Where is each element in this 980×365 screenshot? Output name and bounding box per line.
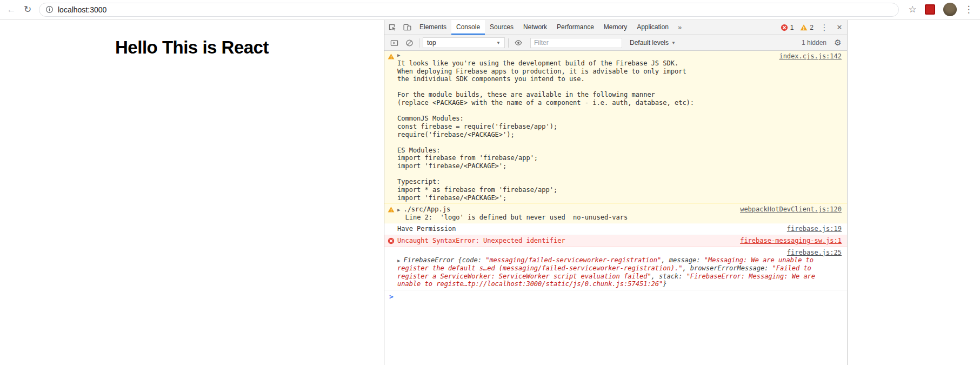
- tab-performance[interactable]: Performance: [552, 20, 599, 35]
- devtools-tabs: ElementsConsoleSourcesNetworkPerformance…: [415, 20, 674, 35]
- context-selector[interactable]: top ▼: [423, 37, 505, 48]
- prompt-chevron-icon: >: [389, 293, 394, 301]
- clear-console-icon[interactable]: [402, 39, 417, 47]
- tab-memory[interactable]: Memory: [599, 20, 632, 35]
- warning-count: 2: [810, 24, 814, 31]
- extension-icon[interactable]: [925, 4, 935, 15]
- console-message-error: firebase-messaging-sw.js:1Uncaught Synta…: [384, 235, 847, 247]
- console-toolbar: top ▼ Default levels ▼ 1 hidden ⚙: [384, 35, 847, 51]
- console-message-warning: webpackHotDevClient.js:120▶./src/App.js …: [384, 204, 847, 223]
- message-text: It looks like you're using the developme…: [397, 59, 842, 202]
- source-link[interactable]: firebase-messaging-sw.js:1: [740, 237, 842, 245]
- message-text: ./src/App.js Line 2: 'logo' is defined b…: [397, 205, 628, 221]
- devtools-menu-icon[interactable]: ⋮: [817, 20, 832, 35]
- error-count: 1: [790, 24, 794, 31]
- url-text: localhost:3000: [58, 5, 106, 14]
- log-levels-dropdown[interactable]: Default levels ▼: [626, 39, 679, 47]
- devtools-tabbar: ElementsConsoleSourcesNetworkPerformance…: [384, 20, 847, 35]
- tab-console[interactable]: Console: [451, 20, 485, 35]
- console-prompt[interactable]: >: [384, 290, 847, 303]
- message-text: Uncaught SyntaxError: Unexpected identif…: [397, 237, 565, 244]
- expander-icon[interactable]: ▶: [397, 258, 400, 263]
- console-messages: index.cjs.js:142▶It looks like you're us…: [384, 51, 847, 365]
- back-icon[interactable]: ←: [3, 2, 19, 18]
- tab-elements[interactable]: Elements: [415, 20, 451, 35]
- more-tabs-icon[interactable]: »: [674, 20, 686, 35]
- warning-icon: [388, 53, 395, 60]
- page-viewport: Hello This is React: [0, 20, 384, 365]
- expander-icon[interactable]: ▶: [397, 207, 400, 213]
- console-message-warning: index.cjs.js:142▶It looks like you're us…: [384, 51, 847, 204]
- devtools-close-icon[interactable]: ✕: [832, 20, 847, 35]
- source-link[interactable]: webpackHotDevClient.js:120: [740, 205, 842, 214]
- tab-sources[interactable]: Sources: [485, 20, 518, 35]
- chevron-down-icon: ▼: [496, 41, 501, 45]
- warning-badge[interactable]: 2: [797, 20, 817, 35]
- browser-window: ← ↻ localhost:3000 ☆ ⋮ Hello This is Rea…: [0, 0, 980, 365]
- avatar[interactable]: [943, 3, 957, 16]
- reload-icon[interactable]: ↻: [19, 2, 36, 18]
- tab-network[interactable]: Network: [518, 20, 552, 35]
- devtools-panel: ElementsConsoleSourcesNetworkPerformance…: [384, 20, 848, 365]
- toolbar-divider: [508, 38, 509, 48]
- chevron-down-icon: ▼: [671, 41, 676, 45]
- url-bar[interactable]: localhost:3000: [39, 3, 899, 17]
- warning-count-icon: [800, 24, 808, 31]
- console-settings-gear-icon[interactable]: ⚙: [831, 38, 845, 48]
- hidden-messages-count: 1 hidden: [802, 39, 831, 47]
- source-link[interactable]: firebase.js:25: [787, 249, 842, 256]
- warning-icon: [388, 206, 395, 213]
- object-preview: FirebaseError {code: "messaging/failed-s…: [397, 256, 815, 288]
- log-levels-label: Default levels: [630, 39, 669, 47]
- live-expression-eye-icon[interactable]: [511, 38, 526, 47]
- message-text: Have Permission: [397, 225, 456, 233]
- page-info-icon[interactable]: [45, 5, 54, 14]
- tab-application[interactable]: Application: [632, 20, 674, 35]
- bookmark-star-icon[interactable]: ☆: [904, 2, 921, 18]
- toolbar-divider: [419, 38, 419, 48]
- source-link[interactable]: firebase.js:19: [787, 225, 842, 233]
- browser-menu-icon[interactable]: ⋮: [961, 2, 977, 18]
- console-message-log-object: firebase.js:25▶FirebaseError {code: "mes…: [384, 247, 847, 290]
- context-selector-value: top: [427, 39, 436, 47]
- error-badge[interactable]: 1: [777, 20, 797, 35]
- page-title: Hello This is React: [0, 37, 384, 58]
- console-message-log: firebase.js:19Have Permission: [384, 223, 847, 235]
- expander-icon[interactable]: ▶: [397, 52, 838, 58]
- inspect-element-icon[interactable]: [384, 20, 399, 35]
- tabbar-spacer: [686, 20, 777, 35]
- console-sidebar-icon[interactable]: [386, 39, 402, 47]
- source-link[interactable]: index.cjs.js:142: [779, 52, 842, 61]
- filter-input[interactable]: [530, 38, 622, 48]
- device-toolbar-icon[interactable]: [399, 20, 415, 35]
- error-icon: [388, 237, 395, 244]
- error-count-icon: [781, 24, 788, 31]
- browser-toolbar: ← ↻ localhost:3000 ☆ ⋮: [0, 0, 980, 19]
